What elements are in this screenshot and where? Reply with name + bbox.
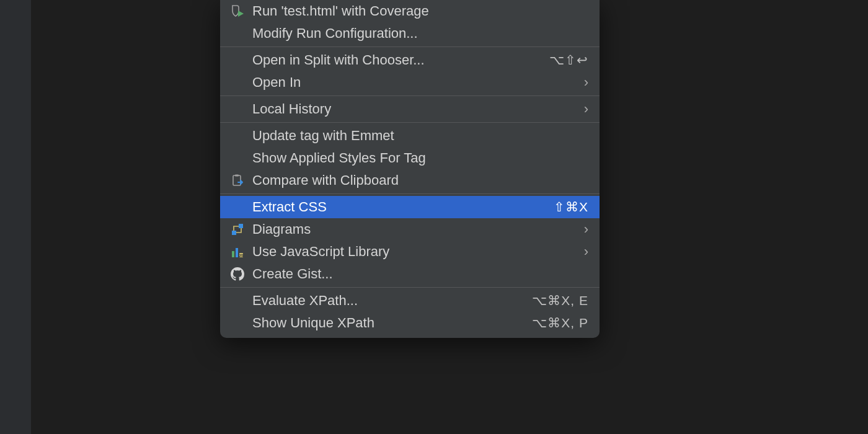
menu-item-label: Create Gist...	[252, 266, 588, 282]
menu-item-label: Show Unique XPath	[252, 315, 532, 331]
menu-item-label: Open in Split with Chooser...	[252, 52, 549, 68]
menu-item-show-unique-xpath[interactable]: Show Unique XPath ⌥⌘X, P	[220, 312, 600, 334]
menu-item-label: Open In	[252, 74, 584, 91]
menu-item-label: Show Applied Styles For Tag	[252, 150, 588, 166]
menu-item-extract-css[interactable]: Extract CSS ⇧⌘X	[220, 196, 600, 218]
menu-item-shortcut: ⌥⇧↩	[549, 53, 588, 68]
run-coverage-icon	[229, 4, 246, 18]
menu-item-use-js-library[interactable]: JS Use JavaScript Library ›	[220, 241, 600, 263]
chevron-right-icon: ›	[584, 74, 588, 91]
menu-item-label: Local History	[252, 101, 584, 117]
menu-item-label: Run 'test.html' with Coverage	[252, 3, 588, 19]
menu-item-shortcut: ⌥⌘X, P	[532, 316, 588, 330]
menu-separator	[220, 193, 600, 194]
menu-item-open-split-chooser[interactable]: Open in Split with Chooser... ⌥⇧↩	[220, 49, 600, 71]
menu-item-diagrams[interactable]: Diagrams ›	[220, 218, 600, 241]
menu-item-modify-run-config[interactable]: Modify Run Configuration...	[220, 22, 600, 45]
menu-item-run-coverage[interactable]: Run 'test.html' with Coverage	[220, 0, 600, 22]
github-icon	[229, 267, 246, 281]
chevron-right-icon: ›	[584, 101, 588, 117]
svg-rect-1	[235, 175, 239, 177]
menu-item-label: Diagrams	[252, 221, 584, 237]
svg-rect-2	[232, 231, 236, 235]
diagrams-icon	[229, 223, 246, 236]
menu-item-label: Extract CSS	[252, 199, 554, 215]
chevron-right-icon: ›	[584, 221, 588, 237]
menu-item-shortcut: ⌥⌘X, E	[532, 293, 588, 308]
menu-item-evaluate-xpath[interactable]: Evaluate XPath... ⌥⌘X, E	[220, 290, 600, 312]
svg-rect-4	[232, 251, 234, 257]
menu-item-label: Update tag with Emmet	[252, 128, 588, 144]
menu-separator	[220, 287, 600, 288]
clipboard-compare-icon	[229, 174, 246, 187]
svg-rect-5	[236, 248, 238, 257]
menu-item-label: Modify Run Configuration...	[252, 25, 588, 42]
menu-separator	[220, 46, 600, 47]
context-menu: Run 'test.html' with Coverage Modify Run…	[220, 0, 600, 338]
menu-item-update-tag-emmet[interactable]: Update tag with Emmet	[220, 125, 600, 147]
menu-separator	[220, 95, 600, 96]
menu-item-local-history[interactable]: Local History ›	[220, 98, 600, 120]
menu-item-label: Use JavaScript Library	[252, 244, 584, 260]
svg-rect-3	[239, 224, 243, 228]
menu-item-shortcut: ⇧⌘X	[554, 200, 588, 215]
tool-window-strip	[0, 0, 31, 434]
menu-item-compare-clipboard[interactable]: Compare with Clipboard	[220, 169, 600, 192]
editor-gutter	[31, 0, 112, 434]
svg-rect-0	[233, 175, 241, 185]
js-library-icon: JS	[229, 245, 246, 259]
menu-item-create-gist[interactable]: Create Gist...	[220, 263, 600, 285]
svg-text:JS: JS	[239, 254, 243, 257]
menu-item-open-in[interactable]: Open In ›	[220, 71, 600, 94]
menu-item-label: Evaluate XPath...	[252, 293, 532, 309]
menu-separator	[220, 122, 600, 123]
menu-item-label: Compare with Clipboard	[252, 172, 588, 188]
menu-item-show-applied-styles[interactable]: Show Applied Styles For Tag	[220, 147, 600, 169]
chevron-right-icon: ›	[584, 244, 588, 260]
